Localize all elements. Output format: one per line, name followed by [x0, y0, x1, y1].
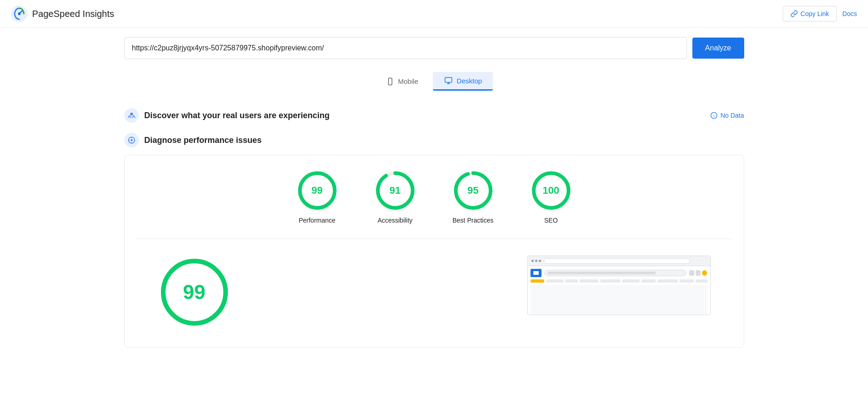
discover-section-title: Discover what your real users are experi… — [144, 111, 330, 120]
tab-desktop[interactable]: Desktop — [433, 72, 493, 91]
browser-bar — [528, 256, 710, 266]
diagnose-icon — [124, 133, 139, 147]
diagnose-section-header: Diagnose performance issues — [124, 129, 744, 147]
main-content: Analyze Mobile Desktop — [113, 28, 755, 348]
best-practices-label: Best Practices — [453, 217, 493, 224]
performance-circle: 99 — [297, 170, 338, 211]
tab-desktop-label: Desktop — [457, 77, 482, 85]
accessibility-score: 91 — [389, 185, 400, 196]
discover-section-left: Discover what your real users are experi… — [124, 108, 330, 123]
info-icon — [710, 112, 718, 119]
svg-point-15 — [131, 137, 132, 138]
svg-point-1 — [18, 12, 21, 15]
svg-point-14 — [130, 139, 133, 142]
score-best-practices[interactable]: 95 Best Practices — [453, 170, 494, 224]
app-title: PageSpeed Insights — [32, 9, 114, 19]
no-data-label: No Data — [720, 112, 744, 119]
scores-divider — [136, 239, 733, 239]
scores-panel: 99 Performance 91 Accessibility — [124, 155, 744, 348]
svg-point-17 — [128, 140, 129, 141]
copy-link-button[interactable]: Copy Link — [783, 6, 837, 22]
tab-mobile-label: Mobile — [398, 77, 418, 85]
link-icon — [791, 10, 798, 17]
discover-section-header: Discover what your real users are experi… — [124, 100, 744, 129]
no-data-indicator[interactable]: No Data — [710, 112, 744, 119]
docs-link[interactable]: Docs — [842, 10, 857, 17]
big-performance-score: 99 — [183, 281, 205, 304]
url-section: Analyze — [124, 28, 744, 66]
discover-icon — [124, 108, 139, 123]
tab-mobile[interactable]: Mobile — [375, 72, 429, 91]
svg-point-16 — [131, 142, 132, 143]
svg-point-7 — [130, 113, 133, 115]
score-accessibility[interactable]: 91 Accessibility — [375, 170, 416, 224]
analyze-button[interactable]: Analyze — [692, 38, 744, 59]
browser-dot-1 — [531, 260, 534, 262]
performance-label: Performance — [299, 217, 335, 224]
page-screenshot-thumbnail — [527, 256, 711, 315]
accessibility-circle: 91 — [375, 170, 416, 211]
performance-score: 99 — [311, 185, 322, 196]
header-right: Copy Link Docs — [783, 6, 857, 22]
best-practices-circle: 95 — [453, 170, 494, 211]
seo-label: SEO — [544, 217, 558, 224]
browser-dot-2 — [535, 260, 537, 262]
svg-point-18 — [133, 140, 134, 141]
copy-link-label: Copy Link — [801, 10, 829, 17]
diagnose-section-title: Diagnose performance issues — [144, 136, 262, 145]
url-input[interactable] — [124, 37, 687, 59]
header: PageSpeed Insights Copy Link Docs — [0, 0, 868, 28]
screenshot-spacer — [249, 256, 509, 315]
score-performance[interactable]: 99 Performance — [297, 170, 338, 224]
browser-url-bar — [544, 258, 690, 264]
header-left: PageSpeed Insights — [11, 5, 114, 22]
desktop-icon — [444, 76, 453, 85]
pagespeed-logo-icon — [11, 5, 28, 22]
big-score-section: 99 — [136, 248, 733, 336]
browser-dot-3 — [539, 260, 541, 262]
screenshot-content — [528, 266, 710, 315]
nav-bar — [531, 279, 708, 283]
mobile-icon — [386, 77, 394, 86]
big-performance-circle: 99 — [158, 256, 231, 329]
svg-rect-4 — [445, 77, 452, 82]
browser-dots — [531, 260, 541, 262]
tabs-section: Mobile Desktop — [124, 66, 744, 100]
accessibility-label: Accessibility — [377, 217, 412, 224]
seo-circle: 100 — [531, 170, 572, 211]
best-practices-score: 95 — [467, 185, 478, 196]
browser-icons — [693, 259, 707, 263]
diagnose-section-left: Diagnose performance issues — [124, 133, 262, 147]
score-seo[interactable]: 100 SEO — [531, 170, 572, 224]
scores-row: 99 Performance 91 Accessibility — [136, 170, 733, 235]
screenshot-body — [531, 285, 708, 315]
seo-score: 100 — [542, 185, 559, 196]
